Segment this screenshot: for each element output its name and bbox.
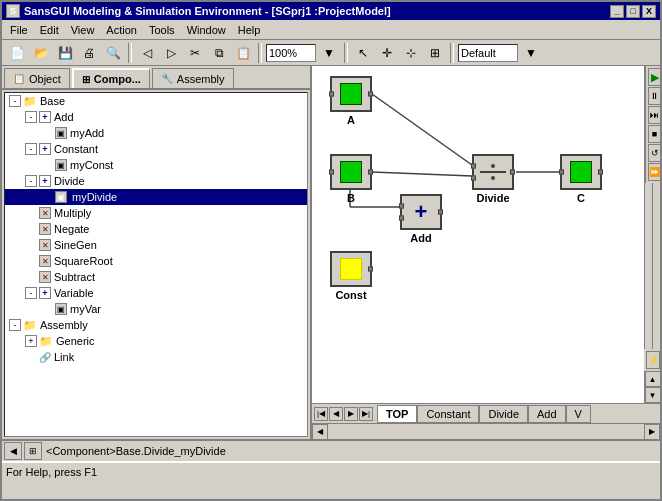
pause-button[interactable]: ⏸ xyxy=(648,87,661,105)
canvas-comp-Divide[interactable]: Divide xyxy=(472,154,514,204)
undo-button[interactable]: ◁ xyxy=(136,43,158,63)
title-bar: S SansGUI Modeling & Simulation Environm… xyxy=(2,2,660,20)
tree-node-sinegen[interactable]: ✕SineGen xyxy=(5,237,307,253)
print-button[interactable]: 🖨 xyxy=(78,43,100,63)
component-tab-icon: ⊞ xyxy=(82,74,90,85)
scroll-right-btn[interactable]: ▶ xyxy=(644,424,660,440)
sep2 xyxy=(258,43,262,63)
select-tool[interactable]: ↖ xyxy=(352,43,374,63)
sep1 xyxy=(128,43,132,63)
canvas-tab-top[interactable]: TOP xyxy=(377,405,417,423)
zoom-dropdown[interactable]: ▼ xyxy=(318,43,340,63)
tree-node-assembly[interactable]: -📁Assembly xyxy=(5,317,307,333)
right-panel: A B Divide C xyxy=(312,66,660,439)
menu-help[interactable]: Help xyxy=(232,22,267,38)
tree-node-myDivide[interactable]: ▣myDivide xyxy=(5,189,307,205)
tree-node-add[interactable]: -+Add xyxy=(5,109,307,125)
canvas-comp-A[interactable]: A xyxy=(330,76,372,126)
canvas-scrollbar-right: ▶ ⏸ ⏭ ■ ↺ ⏩ ⚡ ▲ ▼ xyxy=(644,66,660,403)
svg-line-1 xyxy=(372,172,472,176)
tree-node-myVar[interactable]: ▣myVar xyxy=(5,301,307,317)
menu-edit[interactable]: Edit xyxy=(34,22,65,38)
paste-button[interactable]: 📋 xyxy=(232,43,254,63)
save-button[interactable]: 💾 xyxy=(54,43,76,63)
left-panel: 📋 Object ⊞ Compo... 🔧 Assembly -📁Base-+A… xyxy=(2,66,312,439)
svg-line-0 xyxy=(372,94,472,165)
menu-view[interactable]: View xyxy=(65,22,101,38)
run-button[interactable]: ▶ xyxy=(648,68,661,86)
help-text: For Help, press F1 xyxy=(6,466,97,478)
canvas-comp-Add[interactable]: + Add xyxy=(400,194,442,244)
menu-bar: File Edit View Action Tools Window Help xyxy=(2,20,660,40)
window-title: SansGUI Modeling & Simulation Environmen… xyxy=(24,5,391,17)
assembly-tab-label: Assembly xyxy=(177,73,225,85)
canvas-tab-add[interactable]: Add xyxy=(528,405,566,423)
canvas-tab-constant[interactable]: Constant xyxy=(417,405,479,423)
new-button[interactable]: 📄 xyxy=(6,43,28,63)
step-button[interactable]: ⏭ xyxy=(648,106,661,124)
close-button[interactable]: X xyxy=(642,5,656,18)
left-tabs: 📋 Object ⊞ Compo... 🔧 Assembly xyxy=(2,66,310,90)
tab-assembly[interactable]: 🔧 Assembly xyxy=(152,68,234,88)
connect-tool[interactable]: ⊹ xyxy=(400,43,422,63)
menu-tools[interactable]: Tools xyxy=(143,22,181,38)
menu-file[interactable]: File xyxy=(4,22,34,38)
tree-node-divide[interactable]: -+Divide xyxy=(5,173,307,189)
canvas-comp-B[interactable]: B xyxy=(330,154,372,204)
canvas-tab-divide[interactable]: Divide xyxy=(479,405,528,423)
redo-button[interactable]: ▷ xyxy=(160,43,182,63)
minimize-button[interactable]: _ xyxy=(610,5,624,18)
scroll-left-btn[interactable]: ◀ xyxy=(312,424,328,440)
tab-nav-first[interactable]: |◀ xyxy=(314,407,328,421)
tree-node-negate[interactable]: ✕Negate xyxy=(5,221,307,237)
tab-nav-last[interactable]: ▶| xyxy=(359,407,373,421)
cut-button[interactable]: ✂ xyxy=(184,43,206,63)
tree-node-generic[interactable]: +📁Generic xyxy=(5,333,307,349)
canvas-scrollbar-bottom: ◀ ▶ xyxy=(312,423,660,439)
canvas-comp-Const[interactable]: Const xyxy=(330,251,372,301)
tree-panel: -📁Base-+Add▣myAdd-+Constant▣myConst-+Div… xyxy=(4,92,308,437)
tree-node-squareroot[interactable]: ✕SquareRoot xyxy=(5,253,307,269)
tree-node-multiply[interactable]: ✕Multiply xyxy=(5,205,307,221)
default-dropdown[interactable]: ▼ xyxy=(520,43,542,63)
copy-button[interactable]: ⧉ xyxy=(208,43,230,63)
tree-node-variable[interactable]: -+Variable xyxy=(5,285,307,301)
move-tool[interactable]: ✛ xyxy=(376,43,398,63)
tab-component[interactable]: ⊞ Compo... xyxy=(72,68,150,88)
maximize-button[interactable]: □ xyxy=(626,5,640,18)
power-button[interactable]: ⚡ xyxy=(646,351,660,369)
sep4 xyxy=(450,43,454,63)
canvas-area: A B Divide C xyxy=(312,66,644,403)
stop-button[interactable]: ■ xyxy=(648,125,661,143)
status-indicator: ◀ xyxy=(4,442,22,460)
app-icon: S xyxy=(6,4,20,18)
tab-nav-prev[interactable]: ◀ xyxy=(329,407,343,421)
tree-node-myConst[interactable]: ▣myConst xyxy=(5,157,307,173)
canvas-comp-C[interactable]: C xyxy=(560,154,602,204)
object-tab-label: Object xyxy=(29,73,61,85)
tree-node-constant[interactable]: -+Constant xyxy=(5,141,307,157)
tab-nav-next[interactable]: ▶ xyxy=(344,407,358,421)
canvas-tab-v[interactable]: V xyxy=(566,405,591,423)
tree-node-link[interactable]: 🔗Link xyxy=(5,349,307,365)
tree-node-base[interactable]: -📁Base xyxy=(5,93,307,109)
component-path: <Component>Base.Divide_myDivide xyxy=(46,445,226,457)
status-bar: ◀ ⊞ <Component>Base.Divide_myDivide xyxy=(2,439,660,461)
zoom-input[interactable] xyxy=(266,44,316,62)
tab-object[interactable]: 📋 Object xyxy=(4,68,70,88)
toolbar: 📄 📂 💾 🖨 🔍 ◁ ▷ ✂ ⧉ 📋 ▼ ↖ ✛ ⊹ ⊞ ▼ xyxy=(2,40,660,66)
menu-window[interactable]: Window xyxy=(181,22,232,38)
default-input[interactable] xyxy=(458,44,518,62)
reset-button[interactable]: ↺ xyxy=(648,144,661,162)
arrange-tool[interactable]: ⊞ xyxy=(424,43,446,63)
scroll-up-btn[interactable]: ▲ xyxy=(645,371,661,387)
menu-action[interactable]: Action xyxy=(100,22,143,38)
fast-button[interactable]: ⏩ xyxy=(648,163,661,181)
component-icon: ⊞ xyxy=(24,442,42,460)
scroll-down-btn[interactable]: ▼ xyxy=(645,387,661,403)
tree-node-myAdd[interactable]: ▣myAdd xyxy=(5,125,307,141)
open-button[interactable]: 📂 xyxy=(30,43,52,63)
tree-node-subtract[interactable]: ✕Subtract xyxy=(5,269,307,285)
search-button[interactable]: 🔍 xyxy=(102,43,124,63)
help-status: For Help, press F1 xyxy=(2,461,660,481)
